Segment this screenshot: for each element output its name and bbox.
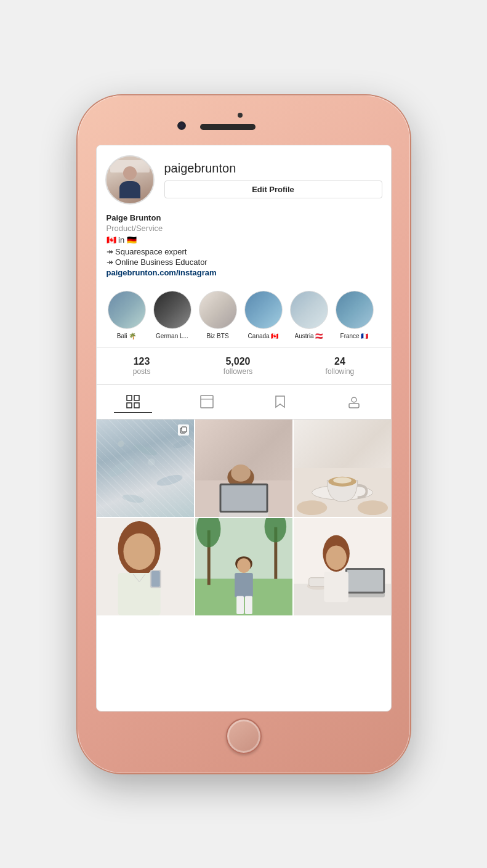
photo-grid bbox=[97, 420, 391, 615]
feed-icon bbox=[200, 395, 214, 408]
grid-photo-1[interactable] bbox=[97, 420, 194, 517]
stat-posts: 123 posts bbox=[133, 356, 151, 376]
bio-full-name: Paige Brunton bbox=[107, 213, 381, 222]
svg-rect-34 bbox=[151, 570, 159, 586]
photo-4-scene bbox=[97, 518, 194, 615]
bio-line-1: ↠ Squarespace expert bbox=[107, 247, 381, 256]
avatar-image bbox=[107, 156, 153, 203]
highlight-circle-bali bbox=[108, 291, 146, 329]
bio-category: Product/Service bbox=[107, 224, 381, 233]
instagram-scroll-area[interactable]: paigebrunton Edit Profile Paige Brunton … bbox=[97, 145, 391, 711]
highlight-label-bali: Bali 🌴 bbox=[117, 333, 136, 339]
svg-rect-3 bbox=[134, 403, 139, 408]
avatar-body bbox=[119, 181, 140, 198]
highlight-circle-austria bbox=[290, 291, 328, 329]
stat-following[interactable]: 24 following bbox=[326, 356, 355, 376]
edit-profile-button[interactable]: Edit Profile bbox=[164, 180, 382, 198]
svg-point-10 bbox=[155, 473, 183, 488]
content-tab-bar bbox=[97, 385, 391, 420]
svg-point-6 bbox=[352, 397, 356, 402]
multi-photo-icon bbox=[178, 424, 189, 436]
svg-point-13 bbox=[147, 458, 155, 466]
svg-rect-0 bbox=[127, 395, 132, 400]
svg-point-42 bbox=[237, 558, 251, 573]
tab-tagged[interactable] bbox=[335, 391, 373, 412]
layers-icon bbox=[180, 426, 187, 434]
phone-top-bar bbox=[86, 108, 401, 145]
svg-point-19 bbox=[231, 464, 251, 482]
photo-6-scene bbox=[294, 518, 391, 615]
svg-point-28 bbox=[357, 500, 387, 515]
svg-rect-16 bbox=[182, 427, 187, 432]
grid-photo-4[interactable] bbox=[97, 518, 194, 615]
highlight-france[interactable]: France 🇫🇷 bbox=[336, 291, 374, 339]
svg-rect-15 bbox=[180, 428, 185, 433]
svg-point-12 bbox=[172, 437, 191, 449]
profile-header: paigebrunton Edit Profile bbox=[105, 155, 382, 205]
photo-1-decoration bbox=[97, 420, 194, 517]
stats-row: 123 posts 5,020 followers 24 following bbox=[97, 347, 391, 385]
svg-rect-50 bbox=[347, 569, 382, 591]
highlight-label-biz: Biz BTS bbox=[206, 333, 228, 339]
highlight-label-austria: Austria 🇦🇹 bbox=[295, 333, 323, 339]
grid-photo-5[interactable] bbox=[195, 518, 292, 615]
phone-wrapper: paigebrunton Edit Profile Paige Brunton … bbox=[0, 0, 487, 868]
curved-arrow-decoration bbox=[388, 195, 391, 238]
username-text: paigebrunton bbox=[164, 161, 382, 176]
username-block: paigebrunton Edit Profile bbox=[164, 161, 382, 198]
highlight-german[interactable]: German L... bbox=[153, 291, 191, 339]
highlight-label-france: France 🇫🇷 bbox=[340, 333, 369, 339]
svg-rect-55 bbox=[324, 571, 348, 601]
highlight-circle-german bbox=[153, 291, 191, 329]
following-label: following bbox=[326, 367, 355, 376]
tab-feed[interactable] bbox=[188, 391, 226, 412]
phone-bottom-bar bbox=[86, 712, 401, 761]
phone-screen: paigebrunton Edit Profile Paige Brunton … bbox=[96, 145, 392, 712]
highlight-circle-canada bbox=[244, 291, 283, 329]
home-button[interactable] bbox=[226, 718, 262, 754]
grid-icon bbox=[126, 395, 140, 408]
highlight-austria[interactable]: Austria 🇦🇹 bbox=[290, 291, 328, 339]
svg-rect-1 bbox=[134, 395, 139, 400]
svg-rect-43 bbox=[235, 572, 253, 597]
highlight-circle-france bbox=[336, 291, 374, 329]
avatar[interactable] bbox=[105, 155, 155, 205]
svg-point-11 bbox=[121, 493, 144, 504]
highlights-row: Bali 🌴 German L... Biz BTS Canada bbox=[105, 286, 382, 347]
photo-3-scene bbox=[294, 420, 391, 517]
grid-photo-2[interactable] bbox=[195, 420, 292, 517]
highlight-circle-biz bbox=[199, 291, 237, 329]
grid-photo-3[interactable] bbox=[294, 420, 391, 517]
svg-point-14 bbox=[118, 440, 124, 447]
photo-5-scene bbox=[195, 518, 292, 615]
tab-grid[interactable] bbox=[114, 391, 152, 413]
svg-point-54 bbox=[326, 545, 347, 570]
tab-saved[interactable] bbox=[261, 391, 299, 412]
profile-section: paigebrunton Edit Profile Paige Brunton … bbox=[97, 145, 391, 347]
highlight-label-german: German L... bbox=[156, 333, 188, 339]
earpiece-speaker bbox=[200, 124, 256, 130]
svg-rect-7 bbox=[349, 404, 359, 408]
highlight-bali[interactable]: Bali 🌴 bbox=[108, 291, 146, 339]
stat-followers[interactable]: 5,020 followers bbox=[223, 356, 252, 376]
photo-2-scene bbox=[195, 420, 292, 517]
svg-point-27 bbox=[296, 500, 326, 515]
person-tag-icon bbox=[347, 395, 361, 408]
followers-count: 5,020 bbox=[225, 356, 250, 367]
highlight-biz[interactable]: Biz BTS bbox=[199, 291, 237, 339]
bio-location: 🇨🇦 in 🇩🇪 bbox=[107, 235, 381, 245]
svg-rect-4 bbox=[201, 395, 213, 408]
bio-line-2: ↠ Online Business Educator bbox=[107, 258, 381, 267]
grid-photo-6[interactable] bbox=[294, 518, 391, 615]
svg-point-26 bbox=[333, 477, 352, 483]
followers-label: followers bbox=[223, 367, 252, 376]
svg-point-31 bbox=[123, 533, 155, 569]
phone-body: paigebrunton Edit Profile Paige Brunton … bbox=[78, 95, 410, 773]
svg-point-8 bbox=[105, 456, 137, 479]
posts-label: posts bbox=[133, 367, 151, 376]
avatar-head bbox=[123, 166, 137, 180]
avatar-person-silhouette bbox=[119, 166, 140, 198]
highlight-canada[interactable]: Canada 🇨🇦 bbox=[244, 291, 283, 339]
bio-link[interactable]: paigebrunton.com/instagram bbox=[107, 268, 381, 277]
following-count: 24 bbox=[334, 356, 345, 367]
